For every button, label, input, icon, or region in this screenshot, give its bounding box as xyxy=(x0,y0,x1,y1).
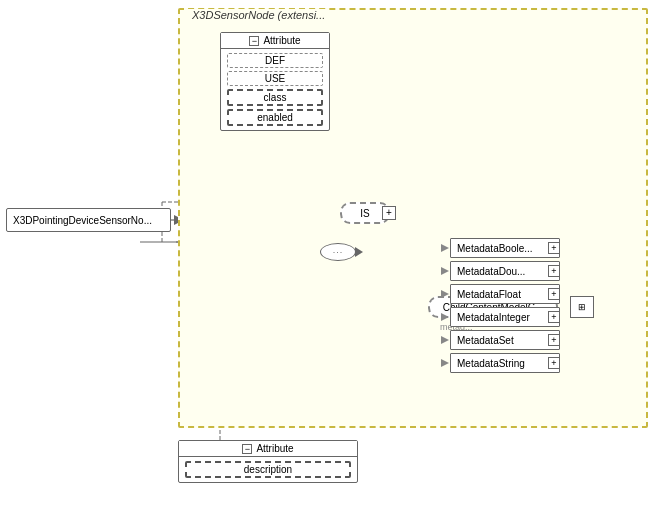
meta-arrow-icon-0 xyxy=(441,244,449,252)
meta-node-label-1: MetadataDou... xyxy=(457,266,525,277)
collapse-icon-bottom[interactable]: − xyxy=(242,444,252,454)
metadata-node-3[interactable]: MetadataInteger + xyxy=(450,307,560,327)
connector-dots: ··· xyxy=(333,247,344,257)
attr-items-top: DEF USE class enabled xyxy=(221,49,329,130)
is-box[interactable]: IS + xyxy=(340,202,390,224)
attr-box-top: − Attribute DEF USE class enabled xyxy=(220,32,330,131)
meta-plus-icon-2[interactable]: + xyxy=(548,288,560,300)
attr-item-use[interactable]: USE xyxy=(227,71,323,86)
meta-plus-icon-1[interactable]: + xyxy=(548,265,560,277)
meta-arrow-icon-1 xyxy=(441,267,449,275)
group-box-icon: ⊞ xyxy=(578,302,586,312)
main-box-label: X3DSensorNode (extensi... xyxy=(188,9,329,21)
is-plus-icon[interactable]: + xyxy=(382,206,396,220)
metadata-node-0[interactable]: MetadataBoole... + xyxy=(450,238,560,258)
left-node-label: X3DPointingDeviceSensorNo... xyxy=(13,215,152,226)
is-box-label: IS xyxy=(360,208,369,219)
meta-arrow-icon-2 xyxy=(441,290,449,298)
attr-item-def[interactable]: DEF xyxy=(227,53,323,68)
meta-node-label-0: MetadataBoole... xyxy=(457,243,533,254)
metadata-node-1[interactable]: MetadataDou... + xyxy=(450,261,560,281)
meta-node-label-3: MetadataInteger xyxy=(457,312,530,323)
meta-plus-icon-3[interactable]: + xyxy=(548,311,560,323)
meta-arrow-icon-4 xyxy=(441,336,449,344)
attr-item-description[interactable]: description xyxy=(185,461,351,478)
meta-node-label-5: MetadataString xyxy=(457,358,525,369)
meta-arrow-icon-5 xyxy=(441,359,449,367)
meta-node-label-2: MetadataFloat xyxy=(457,289,521,300)
meta-arrow-icon-3 xyxy=(441,313,449,321)
canvas: X3DPointingDeviceSensorNo... X3DSensorNo… xyxy=(0,0,664,516)
connector-oval: ··· xyxy=(320,243,356,261)
attr-box-bottom-title: Attribute xyxy=(256,443,293,454)
meta-plus-icon-4[interactable]: + xyxy=(548,334,560,346)
attr-item-enabled[interactable]: enabled xyxy=(227,109,323,126)
collapse-icon[interactable]: − xyxy=(249,36,259,46)
meta-plus-icon-0[interactable]: + xyxy=(548,242,560,254)
metadata-node-4[interactable]: MetadataSet + xyxy=(450,330,560,350)
main-box: X3DSensorNode (extensi... − Attribute DE… xyxy=(178,8,648,428)
attr-box-bottom-header: − Attribute xyxy=(179,441,357,457)
attr-box-top-title: Attribute xyxy=(263,35,300,46)
attr-box-top-header: − Attribute xyxy=(221,33,329,49)
meta-node-label-4: MetadataSet xyxy=(457,335,514,346)
group-box[interactable]: ⊞ xyxy=(570,296,594,318)
metadata-node-2[interactable]: MetadataFloat + xyxy=(450,284,560,304)
left-node[interactable]: X3DPointingDeviceSensorNo... xyxy=(6,208,171,232)
meta-plus-icon-5[interactable]: + xyxy=(548,357,560,369)
metadata-node-5[interactable]: MetadataString + xyxy=(450,353,560,373)
attr-item-class[interactable]: class xyxy=(227,89,323,106)
connector-arrow-icon xyxy=(355,247,363,257)
attr-items-bottom: description xyxy=(179,457,357,482)
attr-box-bottom: − Attribute description xyxy=(178,440,358,483)
